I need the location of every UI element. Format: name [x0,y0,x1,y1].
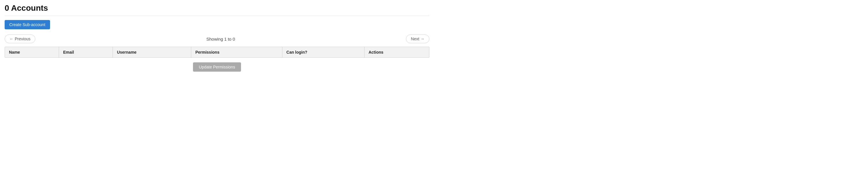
table-head: Name Email Username Permissions Can logi… [5,47,429,57]
accounts-table-wrapper: Name Email Username Permissions Can logi… [5,47,429,58]
next-button[interactable]: Next → [406,34,429,43]
divider [5,16,429,16]
col-username: Username [113,47,191,57]
col-email: Email [59,47,113,57]
page-title: 0 Accounts [5,3,429,13]
previous-button[interactable]: ← Previous [5,34,35,43]
table-header-row: Name Email Username Permissions Can logi… [5,47,429,57]
pagination-row: ← Previous Showing 1 to 0 Next → [5,34,429,43]
pagination-info: Showing 1 to 0 [206,36,235,42]
update-permissions-row: Update Permissions [5,62,429,72]
update-permissions-button[interactable]: Update Permissions [193,62,241,72]
page-container: 0 Accounts Create Sub-account ← Previous… [0,0,434,75]
col-actions: Actions [364,47,429,57]
col-can-login: Can login? [282,47,364,57]
accounts-table: Name Email Username Permissions Can logi… [5,47,429,57]
col-permissions: Permissions [191,47,282,57]
create-sub-account-button[interactable]: Create Sub-account [5,20,50,29]
col-name: Name [5,47,59,57]
